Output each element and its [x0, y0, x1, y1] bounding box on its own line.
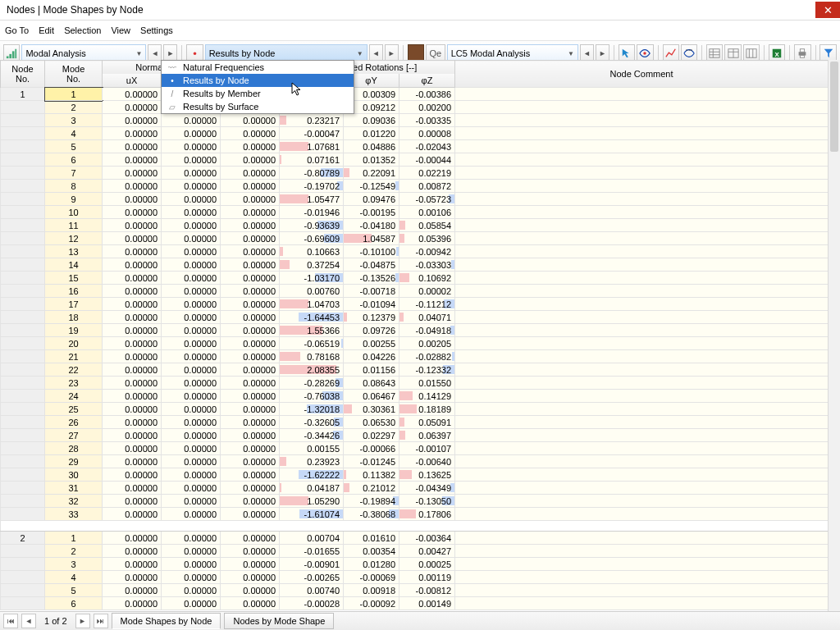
cell-uz: 0.00000 — [221, 272, 280, 285]
table-row[interactable]: 9 0.00000 0.00000 0.00000 1.05477 0.0947… — [1, 193, 829, 206]
dropdown-item-natural-frequencies[interactable]: 〰 Natural Frequencies — [162, 61, 354, 74]
cell-uz: 0.00000 — [221, 350, 280, 363]
table-row[interactable]: 2 1 0.00000 0.00000 0.00000 0.00704 0.01… — [1, 532, 829, 545]
cell-value: -0.00069 — [344, 571, 399, 584]
cell-value: 0.09036 — [344, 114, 399, 127]
table-row[interactable]: 18 0.00000 0.00000 0.00000 -1.64453 0.12… — [1, 311, 829, 324]
table-row[interactable]: 17 0.00000 0.00000 0.00000 1.04703 -0.01… — [1, 298, 829, 311]
tab-nodes-by-mode-shape[interactable]: Nodes by Mode Shape — [224, 613, 334, 629]
table-row[interactable]: 2 0.00000 0.00000 0.00000 -0.09365 0.092… — [1, 101, 829, 114]
col-node-no[interactable]: NodeNo. — [1, 61, 45, 88]
cell-node-no — [1, 232, 45, 245]
cell-ux: 0.00000 — [103, 363, 162, 377]
menu-edit[interactable]: Edit — [39, 25, 54, 35]
table-row[interactable]: 29 0.00000 0.00000 0.00000 0.23923 -0.01… — [1, 455, 829, 468]
cell-ux: 0.00000 — [103, 442, 162, 455]
cell-uy: 0.00000 — [162, 167, 221, 180]
col-comment[interactable]: Node Comment — [455, 61, 829, 88]
cell-uy: 0.00000 — [162, 442, 221, 455]
table-row[interactable]: 28 0.00000 0.00000 0.00000 0.00155 -0.00… — [1, 442, 829, 455]
cell-uy: 0.00000 — [162, 390, 221, 403]
table-row[interactable]: 3 0.00000 0.00000 0.00000 -0.00901 0.012… — [1, 558, 829, 571]
table-row[interactable]: 13 0.00000 0.00000 0.00000 0.10663 -0.10… — [1, 245, 829, 258]
cell-value: -1.62222 — [280, 468, 344, 482]
scrollbar-thumb[interactable] — [830, 62, 838, 152]
col-mode-no[interactable]: ModeNo. — [45, 61, 103, 88]
cell-mode-no: 21 — [45, 350, 103, 363]
close-icon[interactable]: ✕ — [815, 2, 840, 18]
cell-value: -0.00195 — [344, 206, 399, 219]
sheet-prev[interactable]: ◄ — [21, 614, 36, 628]
table-row[interactable]: 3 0.00000 0.00000 0.00000 0.23217 0.0903… — [1, 114, 829, 127]
table-row[interactable]: 10 0.00000 0.00000 0.00000 -0.01946 -0.0… — [1, 206, 829, 219]
cell-mode-no: 4 — [45, 127, 103, 140]
table-row[interactable]: 1 1 0.00000 0.00000 0.00000 0.01928 0.00… — [1, 88, 829, 101]
col-phiz[interactable]: φZ — [399, 74, 455, 88]
table-row[interactable]: 23 0.00000 0.00000 0.00000 -0.28269 0.08… — [1, 377, 829, 390]
table-row[interactable]: 21 0.00000 0.00000 0.00000 0.78168 0.042… — [1, 350, 829, 363]
table-row[interactable]: 6 0.00000 0.00000 0.00000 0.07161 0.0135… — [1, 153, 829, 167]
dropdown-item-results-by-surface[interactable]: ▱ Results by Surface — [162, 100, 354, 113]
table-row[interactable]: 27 0.00000 0.00000 0.00000 -0.34426 0.02… — [1, 429, 829, 442]
cell-value: 0.00872 — [399, 180, 455, 193]
cell-node-no — [1, 429, 45, 442]
table-row[interactable]: 6 0.00000 0.00000 0.00000 -0.00028 -0.00… — [1, 597, 829, 610]
tab-mode-shapes-by-node[interactable]: Mode Shapes by Node — [112, 613, 221, 629]
menu-selection[interactable]: Selection — [64, 25, 101, 35]
cell-value: -0.03303 — [399, 258, 455, 272]
cell-value: 0.00200 — [399, 101, 455, 114]
cell-value: 0.01220 — [344, 127, 399, 140]
table-row[interactable]: 33 0.00000 0.00000 0.00000 -1.61074 -0.3… — [1, 508, 829, 521]
results-table[interactable]: NodeNo. ModeNo. Normalized Translations … — [0, 60, 829, 610]
cell-node-no — [1, 508, 45, 521]
table-row[interactable]: 7 0.00000 0.00000 0.00000 -0.80789 0.220… — [1, 167, 829, 180]
table-row[interactable]: 16 0.00000 0.00000 0.00000 0.00760 -0.00… — [1, 285, 829, 298]
cell-comment — [455, 416, 829, 429]
cell-value: 0.09476 — [344, 193, 399, 206]
table-row[interactable]: 30 0.00000 0.00000 0.00000 -1.62222 0.11… — [1, 468, 829, 482]
table-row[interactable]: 14 0.00000 0.00000 0.00000 0.37254 -0.04… — [1, 258, 829, 272]
results-dropdown[interactable]: 〰 Natural Frequencies • Results by Node … — [161, 60, 354, 114]
cell-value: 0.00149 — [399, 597, 455, 610]
table-row[interactable]: 25 0.00000 0.00000 0.00000 -1.32018 0.30… — [1, 403, 829, 416]
cell-comment — [455, 219, 829, 232]
cell-value: 0.05396 — [399, 232, 455, 245]
table-row[interactable]: 11 0.00000 0.00000 0.00000 -0.93639 -0.0… — [1, 219, 829, 232]
menu-settings[interactable]: Settings — [140, 25, 173, 35]
table-row[interactable]: 8 0.00000 0.00000 0.00000 -0.19702 -0.12… — [1, 180, 829, 193]
svg-rect-20 — [801, 56, 805, 58]
cell-value: -0.04875 — [344, 258, 399, 272]
table-row[interactable]: 4 0.00000 0.00000 0.00000 -0.00265 -0.00… — [1, 571, 829, 584]
dropdown-item-results-by-node[interactable]: • Results by Node — [162, 74, 354, 87]
table-row[interactable]: 32 0.00000 0.00000 0.00000 1.05290 -0.19… — [1, 495, 829, 508]
cell-value: -0.00640 — [399, 455, 455, 468]
table-row[interactable]: 20 0.00000 0.00000 0.00000 -0.06519 0.00… — [1, 337, 829, 350]
col-ux[interactable]: uX — [103, 74, 162, 88]
cell-mode-no: 1 — [45, 88, 103, 101]
table-row[interactable]: 24 0.00000 0.00000 0.00000 -0.76038 0.06… — [1, 390, 829, 403]
table-row[interactable]: 26 0.00000 0.00000 0.00000 -0.32605 0.06… — [1, 416, 829, 429]
cell-comment — [455, 377, 829, 390]
table-row[interactable]: 4 0.00000 0.00000 0.00000 -0.00047 0.012… — [1, 127, 829, 140]
vertical-scrollbar[interactable] — [828, 60, 840, 612]
table-row[interactable]: 31 0.00000 0.00000 0.00000 0.04187 0.210… — [1, 482, 829, 495]
cell-node-no — [1, 272, 45, 285]
sheet-first[interactable]: ⏮ — [3, 614, 18, 628]
menu-goto[interactable]: Go To — [5, 25, 29, 35]
table-row[interactable]: 19 0.00000 0.00000 0.00000 1.55366 0.097… — [1, 324, 829, 337]
dropdown-item-results-by-member[interactable]: / Results by Member — [162, 87, 354, 100]
cell-uz: 0.00000 — [221, 337, 280, 350]
menu-view[interactable]: View — [111, 25, 130, 35]
table-row[interactable]: 15 0.00000 0.00000 0.00000 -1.03170 -0.1… — [1, 272, 829, 285]
table-row[interactable]: 5 0.00000 0.00000 0.00000 0.00740 0.0091… — [1, 584, 829, 597]
cell-uz: 0.00000 — [221, 416, 280, 429]
cell-value: -0.93639 — [280, 219, 344, 232]
cell-node-no — [1, 258, 45, 272]
cell-comment — [455, 455, 829, 468]
sheet-last[interactable]: ⏭ — [94, 614, 108, 628]
table-row[interactable]: 2 0.00000 0.00000 0.00000 -0.01655 0.003… — [1, 545, 829, 558]
table-row[interactable]: 5 0.00000 0.00000 0.00000 1.07681 0.0488… — [1, 140, 829, 153]
sheet-next[interactable]: ► — [75, 614, 90, 628]
table-row[interactable]: 22 0.00000 0.00000 0.00000 2.08355 0.011… — [1, 363, 829, 377]
table-row[interactable]: 12 0.00000 0.00000 0.00000 -0.69609 1.04… — [1, 232, 829, 245]
